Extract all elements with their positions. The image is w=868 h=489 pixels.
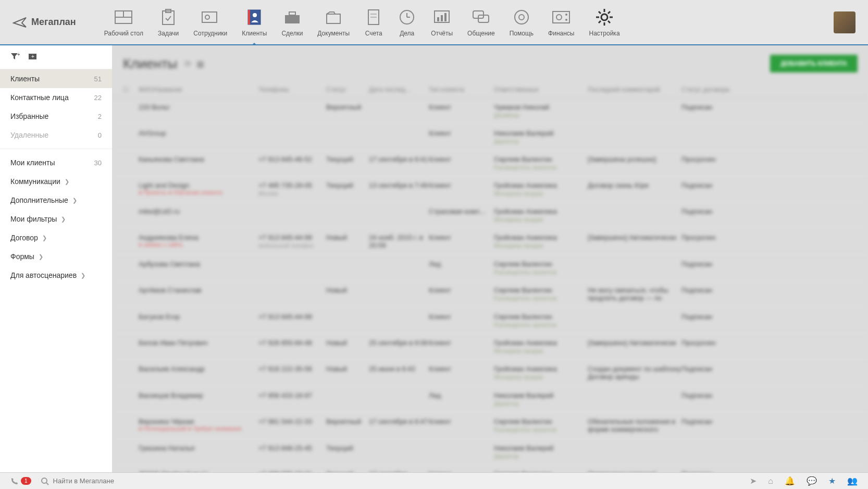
table-header: ☐ ФИО/Название Телефоны Статус Дата посл… <box>113 82 868 98</box>
content-area: Клиенты ⟳ ▦ ДОБАВИТЬ КЛИЕНТА ☐ ФИО/Назва… <box>113 45 868 472</box>
sidebar-item-clients[interactable]: Клиенты 51 <box>0 69 112 88</box>
nav-reports[interactable]: Отчёты <box>424 0 460 45</box>
logo-icon <box>13 17 28 28</box>
nav-employees[interactable]: Сотрудники <box>186 0 234 45</box>
nav-settings[interactable]: Настройка <box>581 0 627 45</box>
sidebar-item-deleted[interactable]: Удаленные 0 <box>0 126 112 144</box>
svg-point-9 <box>253 13 257 17</box>
table-row[interactable]: 220 ВольтВероятныйКлиентЧумаков НиколайД… <box>113 98 868 124</box>
svg-rect-8 <box>248 10 250 25</box>
nav-deals[interactable]: Сделки <box>274 0 310 45</box>
sidebar-group-myfilters[interactable]: Мои фильтры❯ <box>0 210 112 228</box>
svg-point-6 <box>205 15 209 19</box>
reports-icon <box>432 8 451 27</box>
help-icon <box>512 8 531 27</box>
sidebar: + + Клиенты 51 Контактные лица 22 Избран… <box>0 45 113 472</box>
logo: Мегаплан <box>13 17 76 28</box>
svg-line-37 <box>608 21 610 23</box>
svg-line-36 <box>599 11 601 14</box>
sidebar-item-favorites[interactable]: Избранные 2 <box>0 107 112 126</box>
nav-finance[interactable]: Финансы <box>541 0 581 45</box>
home-icon[interactable]: ⌂ <box>768 476 773 486</box>
phone-badge: 1 <box>21 477 31 485</box>
sidebar-group-additional[interactable]: Дополнительные❯ <box>0 191 112 210</box>
table-row[interactable]: Light and Design● Проекты ● Обучение кли… <box>113 176 868 202</box>
svg-point-26 <box>519 15 524 20</box>
svg-point-29 <box>565 14 567 16</box>
sidebar-group-communications[interactable]: Коммуникации❯ <box>0 172 112 191</box>
sidebar-group-myclients[interactable]: Мои клиенты 30 <box>0 153 112 172</box>
export-icon[interactable]: ▦ <box>196 59 204 69</box>
search-icon <box>41 477 49 485</box>
svg-point-30 <box>565 19 567 21</box>
nav-clients[interactable]: Клиенты <box>234 0 274 45</box>
svg-rect-21 <box>441 15 443 21</box>
user-avatar[interactable] <box>834 11 855 33</box>
svg-rect-10 <box>285 15 300 23</box>
finance-icon <box>552 8 571 27</box>
nav-documents[interactable]: Документы <box>310 0 357 45</box>
checkbox-header[interactable]: ☐ <box>123 86 139 93</box>
phone-icon[interactable]: 1 <box>10 477 31 485</box>
nav-items: Рабочий стол Задачи Сотрудники Клиенты С… <box>97 0 834 45</box>
bell-icon[interactable]: 🔔 <box>785 476 795 486</box>
sidebar-group-autoscenarios[interactable]: Для автосценариев❯ <box>0 266 112 285</box>
refresh-icon[interactable]: ⟳ <box>184 59 191 69</box>
svg-text:+: + <box>17 52 20 57</box>
nav-desktop[interactable]: Рабочий стол <box>97 0 151 45</box>
svg-point-43 <box>42 478 47 483</box>
svg-line-44 <box>46 483 48 485</box>
table-row[interactable]: Васнецов Владимир+7 856 433-18-97ЛидНико… <box>113 386 868 412</box>
table-row[interactable]: AVGroupКлиентНиколаев ВалерийДиректор <box>113 124 868 150</box>
brand-text: Мегаплан <box>31 17 76 28</box>
svg-rect-20 <box>437 17 439 21</box>
chevron-right-icon: ❯ <box>61 216 66 223</box>
filter-add-icon[interactable]: + <box>10 52 20 63</box>
nav-help[interactable]: Помощь <box>502 0 541 45</box>
add-folder-icon[interactable]: + <box>28 52 38 63</box>
chevron-right-icon: ❯ <box>39 253 43 260</box>
table-row[interactable]: Арбузова СветланаЛидСергеев ВалентинРуко… <box>113 255 868 281</box>
top-nav: Мегаплан Рабочий стол Задачи Сотрудники … <box>0 0 868 45</box>
sidebar-item-contacts[interactable]: Контактные лица 22 <box>0 88 112 107</box>
employees-icon <box>201 8 220 27</box>
clock-icon <box>398 8 416 27</box>
chevron-right-icon: ❯ <box>81 272 85 279</box>
clients-icon <box>245 8 264 27</box>
nav-affairs[interactable]: Дела <box>390 0 424 45</box>
table-row[interactable]: Белов Иван Петрович+7 926 855-84-48Новый… <box>113 334 868 360</box>
invoices-icon <box>364 8 383 27</box>
search-input[interactable] <box>53 477 157 485</box>
svg-rect-22 <box>444 13 447 21</box>
svg-line-38 <box>599 21 601 23</box>
comments-icon[interactable]: 👥 <box>847 476 858 486</box>
svg-line-39 <box>608 11 610 14</box>
nav-invoices[interactable]: Счета <box>357 0 390 45</box>
star-icon[interactable]: ★ <box>828 476 836 486</box>
table-row[interactable]: Вероника Чёрная● Потенциальный ● Требует… <box>113 412 868 439</box>
tasks-icon <box>159 8 178 27</box>
sidebar-group-contract[interactable]: Договор❯ <box>0 228 112 247</box>
chevron-right-icon: ❯ <box>72 197 77 204</box>
add-client-button[interactable]: ДОБАВИТЬ КЛИЕНТА <box>770 55 858 72</box>
sidebar-group-forms[interactable]: Формы❯ <box>0 247 112 266</box>
chat-icon <box>472 8 490 27</box>
deals-icon <box>283 8 302 27</box>
send-icon[interactable]: ➤ <box>750 476 757 486</box>
nav-tasks[interactable]: Задачи <box>151 0 186 45</box>
clients-table: ☐ ФИО/Название Телефоны Статус Дата посл… <box>113 82 868 472</box>
svg-rect-12 <box>327 14 340 23</box>
chevron-right-icon: ❯ <box>65 178 69 185</box>
message-icon[interactable]: 💬 <box>807 476 817 486</box>
table-row[interactable]: Батуков Егор+7 913 845-44-99КлиентСергее… <box>113 308 868 334</box>
table-row[interactable]: Гришина Наталья+7 913 848-25-45ТекущийНи… <box>113 439 868 465</box>
table-row[interactable]: Андриянова Елена● заявка с сайта+7 913 8… <box>113 228 868 255</box>
nav-chat[interactable]: Общение <box>460 0 502 45</box>
table-row[interactable]: Артёмов СтаниславНовыйКлиентСергеев Вале… <box>113 281 868 308</box>
svg-point-31 <box>601 14 607 20</box>
table-row[interactable]: ДООЛ "Зелёный мыс"+7 495 555-23-21Текущи… <box>113 465 868 472</box>
bottom-bar: 1 ➤ ⌂ 🔔 💬 ★ 👥 <box>0 472 868 489</box>
table-row[interactable]: Васильев Александр+7 916 222-35-56Новый2… <box>113 360 868 386</box>
table-row[interactable]: Каньянова Светлана+7 913 845-46-52Текущи… <box>113 150 868 176</box>
table-row[interactable]: mike@LkD.ruСтраховая комп...Гройсман Анж… <box>113 202 868 228</box>
